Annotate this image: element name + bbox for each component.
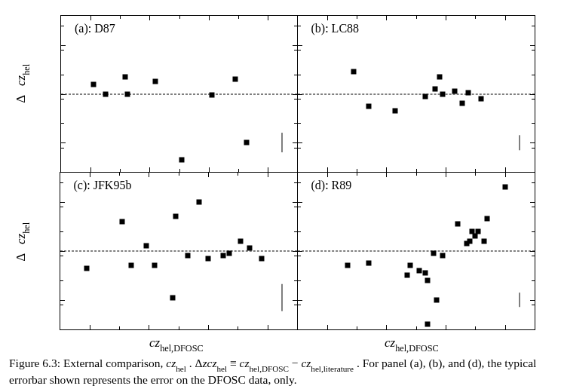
ylabel-top: Δ czhel [14, 88, 31, 103]
data-point [103, 91, 108, 96]
sub-dfosc: hel,DFOSC [160, 343, 203, 354]
xlabel-right: czhel,DFOSC [385, 335, 439, 353]
sub-hel: hel [22, 64, 32, 75]
cz-sym: cz [14, 75, 28, 86]
sub-hel-2: hel [22, 222, 32, 234]
panel-label-d: (d): R89 [311, 179, 352, 192]
data-point [91, 81, 97, 87]
data-point [170, 295, 175, 300]
data-point [232, 77, 238, 82]
data-point [173, 214, 178, 219]
data-point [485, 216, 490, 222]
panel-d: (d): R89 2000300040005000 [297, 172, 536, 331]
data-point [460, 101, 465, 106]
data-point [465, 90, 471, 95]
data-point [407, 263, 412, 268]
data-point [197, 199, 202, 204]
xlabel-left: czhel,DFOSC [149, 335, 204, 353]
zero-line [298, 93, 535, 94]
error-bar [282, 283, 283, 311]
data-point [434, 297, 440, 302]
data-point [476, 228, 481, 234]
data-point [247, 246, 253, 251]
data-point [440, 91, 446, 96]
data-point [179, 157, 185, 162]
error-bar [520, 135, 520, 149]
data-point [502, 185, 507, 190]
data-point [432, 87, 437, 92]
data-point [455, 221, 460, 226]
zero-line [61, 93, 297, 94]
data-point [153, 79, 158, 84]
data-point [351, 69, 357, 75]
figure-caption: Figure 6.3: External comparison, czhel .… [9, 356, 552, 387]
data-point [431, 251, 437, 256]
data-point [425, 322, 431, 327]
sub-dfosc-2: hel,DFOSC [395, 343, 438, 354]
error-bar [282, 133, 283, 152]
data-point [128, 263, 133, 268]
data-point [404, 273, 409, 278]
cz-sym-2: cz [14, 234, 28, 244]
data-point [226, 251, 231, 256]
data-point [452, 89, 457, 94]
panel-b: (b): LC88 [297, 15, 536, 173]
data-point [422, 271, 428, 276]
cap-sub3: hel,DFOSC [250, 364, 289, 373]
data-point [238, 238, 244, 243]
cap-zcz: zcz [203, 357, 217, 369]
cap-p4: − [289, 357, 302, 369]
data-point [185, 253, 190, 259]
data-point [84, 265, 89, 271]
cap-sub1: hel [176, 364, 186, 373]
cap-sub4: hel,literature [311, 364, 354, 373]
data-point [220, 253, 225, 259]
data-point [416, 268, 422, 273]
cap-p2: . Δ [186, 357, 203, 369]
panel-a: (a): D87 -1000100 [60, 15, 298, 173]
panel-grid: (a): D87 -1000100 (b): LC88 (c): JFK95b … [60, 15, 535, 330]
cap-cz1: cz [166, 357, 176, 369]
cap-cz2: cz [240, 357, 250, 369]
data-point [345, 263, 351, 268]
delta-sym: Δ [14, 96, 28, 103]
data-point [437, 74, 443, 79]
data-point [366, 103, 371, 109]
data-point [473, 234, 478, 239]
cz-sym-3: cz [149, 335, 160, 350]
figure-page: Δ czhel Δ czhel czhel,DFOSC czhel,DFOSC … [0, 0, 561, 392]
data-point [143, 243, 149, 249]
cap-p1: Figure 6.3: External comparison, [9, 357, 166, 369]
data-point [244, 140, 250, 145]
data-point [152, 263, 158, 268]
data-point [482, 238, 487, 243]
panel-c: (c): JFK95b 2000300040005000-1000100 [60, 172, 299, 331]
ylabel-bot: Δ czhel [14, 247, 31, 262]
cap-p3: ≡ [227, 357, 240, 369]
data-point [206, 256, 211, 261]
zero-line [298, 250, 535, 251]
data-point [122, 74, 127, 79]
error-bar [520, 292, 520, 308]
data-point [120, 219, 125, 224]
data-point [209, 92, 214, 97]
data-point [467, 238, 472, 243]
zero-line [60, 250, 298, 251]
cz-sym-4: cz [385, 335, 395, 350]
cap-cz3: cz [301, 357, 311, 369]
cap-sub2: hel [216, 364, 227, 373]
data-point [479, 96, 484, 101]
data-point [422, 93, 428, 99]
data-point [259, 256, 264, 261]
panel-label-c: (c): JFK95b [74, 179, 132, 192]
data-point [366, 261, 371, 266]
data-point [440, 253, 446, 259]
delta-sym-2: Δ [14, 254, 28, 262]
data-point [425, 277, 431, 283]
data-point [124, 91, 130, 96]
panel-label-b: (b): LC88 [311, 22, 360, 35]
panel-label-a: (a): D87 [75, 22, 115, 35]
data-point [393, 109, 398, 114]
